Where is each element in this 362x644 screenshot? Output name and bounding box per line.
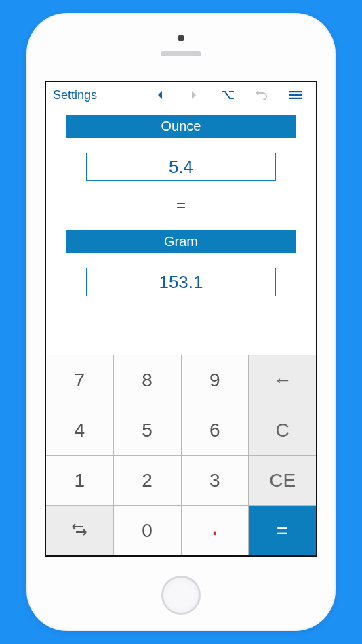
key-9[interactable]: 9 [182, 355, 249, 405]
next-arrow-icon [178, 85, 210, 105]
decimal-key[interactable]: . [182, 506, 249, 555]
equals-key[interactable]: = [249, 506, 316, 555]
key-8[interactable]: 8 [114, 355, 181, 405]
clear-entry-key[interactable]: CE [249, 456, 316, 505]
home-button[interactable] [161, 576, 201, 615]
settings-button[interactable]: Settings [50, 85, 100, 105]
target-value-field[interactable]: 153.1 [86, 268, 276, 296]
key-5[interactable]: 5 [114, 405, 181, 455]
option-key-icon[interactable] [212, 85, 244, 105]
key-4[interactable]: 4 [46, 405, 113, 455]
target-unit-label[interactable]: Gram [66, 230, 296, 253]
source-unit-label[interactable]: Ounce [66, 115, 296, 138]
phone-speaker [161, 51, 201, 56]
backspace-key[interactable]: ← [249, 355, 316, 405]
equals-sign: = [176, 196, 186, 215]
menu-icon[interactable] [279, 85, 312, 105]
swap-icon [71, 520, 88, 542]
key-7[interactable]: 7 [46, 355, 113, 405]
undo-icon [245, 85, 278, 105]
toolbar: Settings [46, 82, 316, 108]
conversion-display: Ounce 5.4 = Gram 153.1 [46, 108, 316, 355]
clear-key[interactable]: C [249, 405, 316, 455]
key-6[interactable]: 6 [182, 405, 249, 455]
phone-camera [178, 35, 184, 41]
prev-arrow-icon[interactable] [144, 85, 176, 105]
keypad: 7 8 9 ← 4 5 6 C 1 2 3 CE 0 . = [46, 355, 316, 555]
app-screen: Settings Ounce 5.4 = Gram 153.1 [45, 81, 317, 557]
source-value-field[interactable]: 5.4 [86, 153, 276, 181]
key-0[interactable]: 0 [114, 506, 181, 555]
swap-key[interactable] [46, 506, 113, 555]
key-1[interactable]: 1 [46, 456, 113, 505]
key-3[interactable]: 3 [182, 456, 249, 505]
key-2[interactable]: 2 [114, 456, 181, 505]
phone-frame: Settings Ounce 5.4 = Gram 153.1 [26, 13, 336, 631]
